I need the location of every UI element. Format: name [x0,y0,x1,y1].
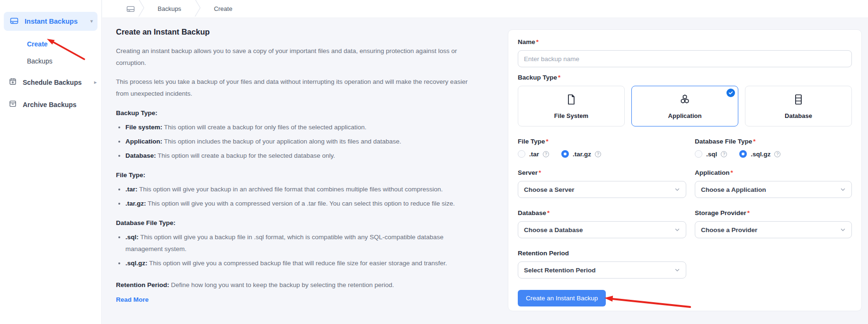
storage-provider-label: Storage Provider* [695,209,750,216]
sidebar-item-backups[interactable]: Backups [27,57,101,65]
cubes-icon [679,93,691,108]
required-marker: * [747,209,750,216]
file-type-list: .tar: This option will give your backup … [116,183,481,209]
list-item: Application: This option includes the ba… [125,135,481,147]
intro-paragraph: Creating an instant backup allows you to… [116,45,481,69]
help-icon[interactable]: ? [543,151,549,157]
radio-icon [518,150,525,158]
file-icon [565,93,577,108]
chevron-down-icon [840,227,846,233]
backup-type-label: Backup Type* [518,74,560,81]
backup-type-card-label: Application [668,112,702,119]
page-title: Create an Instant Backup [116,27,481,36]
breadcrumb: Backups Create [102,0,243,18]
retention-row: Retention Period Select Retention Period [518,249,852,279]
required-marker: * [558,74,560,81]
backup-type-list: File system: This option will create a b… [116,121,481,162]
file-type-row: File Type* .tar ? .tar.gz ? Database Fil… [518,137,852,158]
list-item: .sql.gz: This option will give you a com… [125,257,481,269]
archive-icon [9,99,17,109]
breadcrumb-separator [138,0,144,18]
calendar-plus-icon [9,77,17,87]
list-item: .sql: This option will give you a backup… [125,231,481,255]
drive-icon [9,16,19,27]
app-window: Instant Backups ▾ Create Backups Schedul… [0,0,868,324]
breadcrumb-item-backups[interactable]: Backups [147,5,192,12]
backup-type-card-label: Database [785,112,812,119]
breadcrumb-bar: Backups Create [102,0,868,18]
help-icon[interactable]: ? [774,151,780,157]
radio-option-tar[interactable]: .tar ? [518,150,549,158]
backup-type-card-label: File System [554,112,588,119]
backup-type-card-database[interactable]: Database [745,86,852,126]
chevron-down-icon [674,187,680,192]
sidebar-item-label: Archive Backups [23,101,97,108]
read-more-link[interactable]: Read More [116,296,149,303]
server-label: Server* [518,169,541,176]
file-type-label: File Type* [518,138,549,145]
help-icon[interactable]: ? [721,151,727,157]
section-heading-file-type: File Type: [116,171,481,179]
sidebar-item-instant-backups[interactable]: Instant Backups ▾ [4,12,97,31]
required-marker: * [546,138,549,145]
sidebar-item-schedule-backups[interactable]: Schedule Backups ▸ [9,77,97,87]
caret-right-icon: ▸ [94,80,97,85]
backup-type-options: File System Application Database [518,86,852,126]
sidebar: Instant Backups ▾ Create Backups Schedul… [0,0,102,324]
required-marker: * [539,169,541,176]
database-file-type-radios: .sql ? .sql.gz ? [695,150,852,158]
help-icon[interactable]: ? [595,151,601,157]
retention-note: Retention Period: Define how long you wa… [116,279,481,291]
server-select[interactable]: Choose a Server [518,181,686,198]
list-item: .tar.gz: This option will give you with … [125,198,481,209]
sidebar-item-label: Schedule Backups [23,79,89,86]
database-file-type-label: Database File Type* [695,138,756,145]
intro-paragraph: This process lets you take a backup of y… [116,76,481,99]
breadcrumb-separator [195,0,201,18]
required-marker: * [753,138,755,145]
radio-option-sql[interactable]: .sql ? [695,150,727,158]
chevron-down-icon [674,227,680,233]
file-type-radios: .tar ? .tar.gz ? [518,150,686,158]
backup-name-input[interactable] [518,50,852,67]
retention-period-label: Retention Period [518,250,569,257]
create-instant-backup-button[interactable]: Create an Instant Backup [518,290,606,306]
chevron-down-icon [674,267,680,273]
list-item: .tar: This option will give your backup … [125,183,481,195]
drive-icon[interactable] [126,4,135,14]
caret-down-icon: ▾ [90,19,93,24]
sidebar-item-label: Instant Backups [25,18,85,25]
section-heading-backup-type: Backup Type: [116,109,481,117]
create-backup-form: Name* Backup Type* File System Applicati… [508,29,862,311]
sidebar-item-create[interactable]: Create [27,40,101,48]
database-label: Database* [518,209,549,216]
radio-icon [695,150,702,158]
radio-option-tar-gz[interactable]: .tar.gz ? [561,150,601,158]
application-select[interactable]: Choose a Application [695,181,852,198]
database-storage-row: Database* Choose a Database Storage Prov… [518,208,852,238]
sidebar-item-archive-backups[interactable]: Archive Backups [9,99,97,109]
list-item: File system: This option will create a b… [125,121,481,133]
radio-icon [739,150,747,158]
database-select[interactable]: Choose a Database [518,221,686,238]
list-item: Database: This option will create a back… [125,150,481,162]
required-marker: * [536,38,539,45]
retention-period-select[interactable]: Select Retention Period [518,261,686,279]
backup-type-card-file-system[interactable]: File System [518,86,625,126]
backup-type-card-application[interactable]: Application [631,86,738,126]
selected-check-icon [726,89,735,97]
storage-provider-select[interactable]: Choose a Provider [695,221,852,238]
section-heading-database-file-type: Database File Type: [116,219,481,226]
breadcrumb-item-create[interactable]: Create [204,5,243,12]
database-file-type-list: .sql: This option will give you a backup… [116,231,481,269]
name-label: Name* [518,38,539,45]
server-application-row: Server* Choose a Server Application* Cho… [518,168,852,198]
chevron-down-icon [840,187,846,192]
database-icon [792,93,805,108]
required-marker: * [731,169,733,176]
radio-option-sql-gz[interactable]: .sql.gz ? [739,150,780,158]
application-label: Application* [695,169,733,176]
description-panel: Create an Instant Backup Creating an ins… [116,27,481,304]
required-marker: * [547,209,549,216]
radio-icon [561,150,569,158]
